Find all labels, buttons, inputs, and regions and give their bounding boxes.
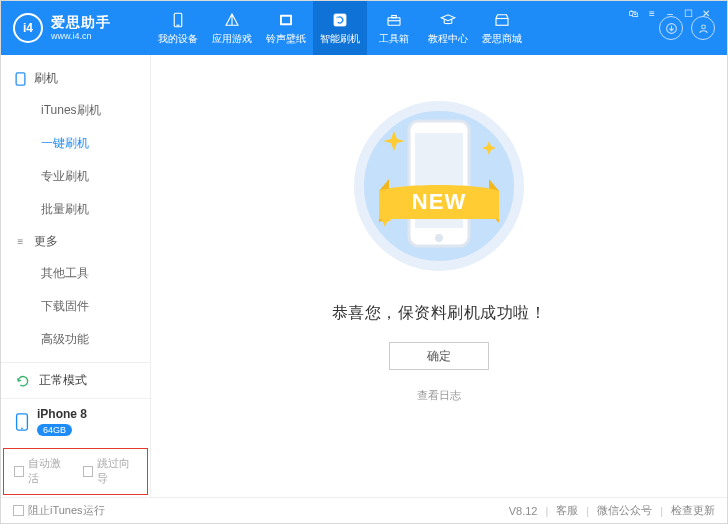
sidebar-item-pro[interactable]: 专业刷机 — [1, 160, 150, 193]
svg-point-21 — [435, 234, 443, 242]
graduate-icon — [439, 11, 457, 29]
window-controls: 🛍 ≡ – ☐ ✕ — [628, 4, 720, 20]
nav-tools[interactable]: 工具箱 — [367, 1, 421, 55]
nav-label: 工具箱 — [379, 32, 409, 46]
sidebar-item-batch[interactable]: 批量刷机 — [1, 193, 150, 226]
nav-ring[interactable]: 铃声壁纸 — [259, 1, 313, 55]
separator: | — [660, 505, 663, 517]
label: 阻止iTunes运行 — [28, 503, 105, 518]
logo-title: 爱思助手 — [51, 14, 111, 31]
topbar-round-buttons: 🛍 ≡ – ☐ ✕ — [659, 16, 727, 40]
apps-icon — [223, 11, 241, 29]
store-icon — [493, 11, 511, 29]
svg-rect-5 — [388, 17, 400, 25]
flash-icon — [331, 11, 349, 29]
sidebar-item-adv[interactable]: 高级功能 — [1, 323, 150, 356]
ok-button[interactable]: 确定 — [389, 342, 489, 370]
hamburger-icon: ≡ — [15, 237, 26, 246]
device-icon — [15, 413, 29, 431]
nav-label: 应用游戏 — [212, 32, 252, 46]
svg-rect-3 — [282, 16, 291, 24]
checkbox-icon — [13, 505, 24, 516]
sidebar-group-flash[interactable]: 刷机 — [1, 63, 150, 94]
phone-icon — [169, 11, 187, 29]
topbar: i4 爱思助手 www.i4.cn 我的设备 应用游戏 铃声壁纸 智能刷机 — [1, 1, 727, 55]
mode-row[interactable]: 正常模式 — [1, 363, 150, 399]
activation-options-highlight: 自动激活 跳过向导 — [3, 448, 148, 495]
nav-apps[interactable]: 应用游戏 — [205, 1, 259, 55]
view-log-link[interactable]: 查看日志 — [417, 388, 461, 403]
device-storage-badge: 64GB — [37, 424, 72, 436]
refresh-icon — [15, 373, 31, 389]
device-row[interactable]: iPhone 8 64GB — [1, 399, 150, 446]
logo-icon: i4 — [13, 13, 43, 43]
menu-icon[interactable]: ≡ — [646, 8, 658, 20]
svg-point-10 — [701, 24, 705, 28]
wechat-link[interactable]: 微信公众号 — [597, 503, 652, 518]
nav-label: 我的设备 — [158, 32, 198, 46]
sidebar-item-other[interactable]: 其他工具 — [1, 257, 150, 290]
separator: | — [545, 505, 548, 517]
label: 跳过向导 — [97, 456, 137, 486]
checkbox-icon — [83, 466, 93, 477]
nav-label: 铃声壁纸 — [266, 32, 306, 46]
block-itunes-check[interactable]: 阻止iTunes运行 — [13, 503, 105, 518]
support-link[interactable]: 客服 — [556, 503, 578, 518]
device-info: iPhone 8 64GB — [37, 407, 87, 436]
close-button[interactable]: ✕ — [700, 8, 712, 20]
sidebar-group-more[interactable]: ≡ 更多 — [1, 226, 150, 257]
svg-rect-11 — [16, 72, 25, 84]
wallpaper-icon — [277, 11, 295, 29]
nav-device[interactable]: 我的设备 — [151, 1, 205, 55]
mode-label: 正常模式 — [39, 372, 87, 389]
svg-rect-4 — [334, 14, 346, 26]
status-bar: 阻止iTunes运行 V8.12 | 客服 | 微信公众号 | 检查更新 — [1, 497, 727, 523]
separator: | — [586, 505, 589, 517]
body: 刷机 iTunes刷机 一键刷机 专业刷机 批量刷机 ≡ 更多 其他工具 下载固… — [1, 55, 727, 497]
svg-rect-8 — [496, 18, 508, 25]
nav: 我的设备 应用游戏 铃声壁纸 智能刷机 工具箱 教程中心 — [151, 1, 529, 55]
app-window: i4 爱思助手 www.i4.cn 我的设备 应用游戏 铃声壁纸 智能刷机 — [0, 0, 728, 524]
update-link[interactable]: 检查更新 — [671, 503, 715, 518]
svg-point-13 — [21, 427, 23, 429]
ribbon-text: NEW — [412, 189, 466, 214]
phone-small-icon — [15, 74, 26, 83]
success-illustration: NEW — [339, 91, 539, 281]
label: 自动激活 — [28, 456, 68, 486]
main-content: NEW 恭喜您，保资料刷机成功啦！ 确定 查看日志 — [151, 55, 727, 497]
logo: i4 爱思助手 www.i4.cn — [1, 1, 151, 55]
logo-sub: www.i4.cn — [51, 31, 111, 42]
minimize-button[interactable]: – — [664, 8, 676, 20]
sidebar-item-fw[interactable]: 下载固件 — [1, 290, 150, 323]
nav-guide[interactable]: 教程中心 — [421, 1, 475, 55]
nav-label: 爱思商城 — [482, 32, 522, 46]
sidebar: 刷机 iTunes刷机 一键刷机 专业刷机 批量刷机 ≡ 更多 其他工具 下载固… — [1, 55, 151, 497]
status-right: V8.12 | 客服 | 微信公众号 | 检查更新 — [509, 503, 715, 518]
success-message: 恭喜您，保资料刷机成功啦！ — [332, 303, 547, 324]
nav-flash[interactable]: 智能刷机 — [313, 1, 367, 55]
auto-activate-check[interactable]: 自动激活 — [14, 456, 69, 486]
svg-rect-6 — [392, 15, 397, 17]
checkbox-icon — [14, 466, 24, 477]
group-title: 更多 — [34, 233, 58, 250]
sidebar-scroll: 刷机 iTunes刷机 一键刷机 专业刷机 批量刷机 ≡ 更多 其他工具 下载固… — [1, 55, 150, 362]
version-label: V8.12 — [509, 505, 538, 517]
group-title: 刷机 — [34, 70, 58, 87]
nav-label: 智能刷机 — [320, 32, 360, 46]
cart-icon[interactable]: 🛍 — [628, 8, 640, 20]
maximize-button[interactable]: ☐ — [682, 8, 694, 20]
sidebar-item-itunes[interactable]: iTunes刷机 — [1, 94, 150, 127]
device-name: iPhone 8 — [37, 407, 87, 421]
toolbox-icon — [385, 11, 403, 29]
logo-text: 爱思助手 www.i4.cn — [51, 14, 111, 42]
sidebar-bottom: 正常模式 iPhone 8 64GB 自动激活 跳过向导 — [1, 362, 150, 497]
nav-store[interactable]: 爱思商城 — [475, 1, 529, 55]
skip-wizard-check[interactable]: 跳过向导 — [83, 456, 138, 486]
sidebar-item-oneclick[interactable]: 一键刷机 — [1, 127, 150, 160]
nav-label: 教程中心 — [428, 32, 468, 46]
